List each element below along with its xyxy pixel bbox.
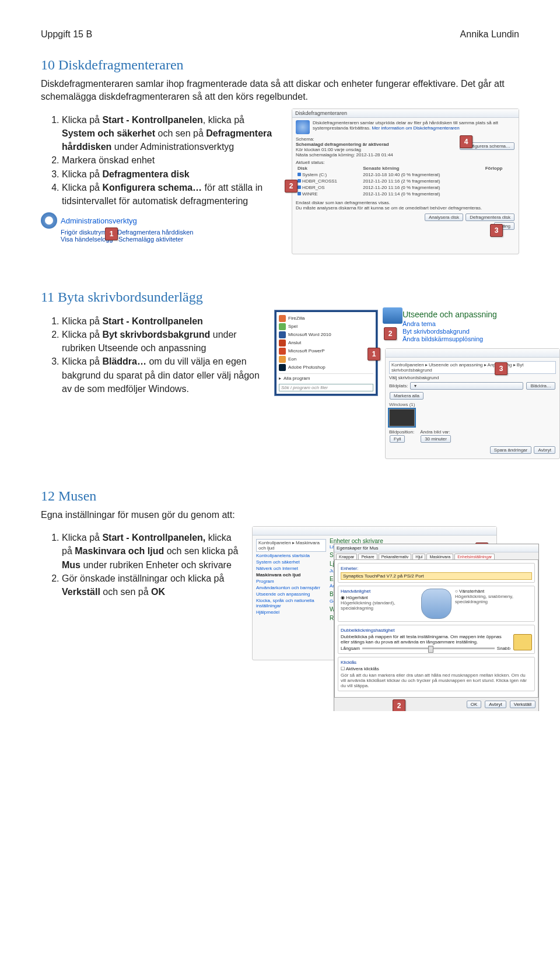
mouse-icon: [421, 589, 452, 619]
cancel-button[interactable]: Avbryt: [534, 446, 555, 454]
gear-icon: [41, 212, 57, 229]
s10-step-4: Klicka på Konfigurera schema… för att st…: [62, 181, 280, 208]
tab-pointer[interactable]: Pekare: [358, 554, 377, 559]
tab-hw[interactable]: Maskinvara: [426, 554, 453, 559]
browse-button[interactable]: Bläddra…: [526, 382, 555, 390]
appearance-links: Utseende och anpassning Ändra tema Byt s…: [385, 310, 525, 342]
save-button[interactable]: Spara ändringar: [490, 446, 531, 454]
tab-buttons[interactable]: Knappar: [336, 554, 357, 559]
s10-step-1: Klicka på Start - Kontrollpanelen, klick…: [62, 113, 280, 154]
link-theme[interactable]: Ändra tema: [402, 320, 525, 327]
header-right: Annika Lundin: [460, 29, 519, 40]
display-icon: [383, 307, 402, 324]
analyze-button[interactable]: Analysera disk: [425, 214, 463, 221]
callout-2: 2: [285, 180, 298, 192]
admin-tools-snippet: Administrationsverktyg Frigör diskutrymm…: [41, 212, 233, 243]
folder-icon: [513, 634, 532, 650]
start-menu: FireZilla Spel Microsoft Word 2010 Anslu…: [274, 310, 378, 396]
tab-device[interactable]: Enhetsinställningar: [454, 554, 495, 559]
section-10-heading: 10 Diskdefragmenteraren: [41, 57, 519, 73]
link-res[interactable]: Ändra bildskärmsupplösning: [402, 335, 525, 342]
s12-step-2: Gör önskade inställningar och klicka på …: [62, 572, 240, 598]
radio-left[interactable]: ○ Vänsterhänt: [455, 589, 484, 594]
mouse-properties-dialog: Egenskaper för Mus Knappar Pekare Pekara…: [334, 544, 539, 711]
header-left: Uppgift 15 B: [41, 29, 92, 40]
speed-slider[interactable]: [362, 648, 495, 649]
callout-1: 1: [105, 228, 118, 240]
section-12-heading: 12 Musen: [41, 488, 519, 504]
s10-step-2: Markera önskad enhet: [62, 153, 280, 167]
disk-row[interactable]: System (C:)2012-10-18 10:40 (0 % fragmen…: [296, 172, 515, 178]
section-11-heading: 11 Byta skrivbordsunderlägg: [41, 289, 519, 305]
s11-step-2: Klicka på Byt skrivbordsbakgrund under r…: [62, 328, 262, 355]
section-12-intro: Egna inställningar för musen gör du geno…: [41, 509, 519, 522]
s12-step-1: Klicka på Start - Kontrollpanelen, klick…: [62, 531, 240, 572]
section-10-intro: Diskdefragmenteraren samlar ihop fragmen…: [41, 78, 519, 104]
callout-2: 2: [384, 327, 397, 340]
defrag-button[interactable]: Defragmentera disk: [466, 214, 514, 221]
disk-row[interactable]: HDBR_CROSS12012-11-20 11:16 (2 % fragmen…: [296, 178, 515, 184]
start-search-input[interactable]: Sök i program och filer: [279, 384, 373, 391]
personalize-window: Kontrollpanelen ▸ Utseende och anpassnin…: [385, 348, 560, 459]
disk-row[interactable]: HDBR_OS2012-11-20 11:16 (0 % fragmentera…: [296, 184, 515, 191]
clicklock-checkbox[interactable]: ☐ Aktivera klicklås: [341, 666, 379, 671]
s11-step-1: Klicka på Start - Kontrollpanelen: [62, 314, 262, 328]
link-bg[interactable]: Byt skrivbordsbakgrund: [402, 328, 525, 335]
disk-row[interactable]: WINRE2012-11-20 11:14 (0 % fragmenterat): [296, 191, 515, 197]
callout-2: 2: [393, 699, 405, 711]
apply-button[interactable]: Verkställ: [510, 701, 536, 708]
callout-1: 1: [368, 348, 380, 360]
callout-4: 4: [460, 135, 473, 148]
radio-right[interactable]: ◉ Högerhänt: [341, 595, 368, 600]
callout-3: 3: [495, 362, 508, 375]
s10-step-3: Klicka på Defragmentera disk: [62, 167, 280, 181]
tab-wheel[interactable]: Hjul: [412, 554, 425, 559]
callout-3: 3: [490, 224, 503, 237]
tab-pointer-opt[interactable]: Pekaralternativ: [379, 554, 412, 559]
defrag-window: Diskdefragmenteraren Diskdefragmenterare…: [292, 108, 519, 254]
defrag-icon: [296, 120, 310, 134]
cancel-button[interactable]: Avbryt: [485, 701, 506, 708]
ok-button[interactable]: OK: [467, 701, 482, 708]
wallpaper-thumb[interactable]: [389, 409, 415, 426]
s11-step-3: Klicka på Bläddra… om du vill välja en e…: [62, 355, 262, 396]
